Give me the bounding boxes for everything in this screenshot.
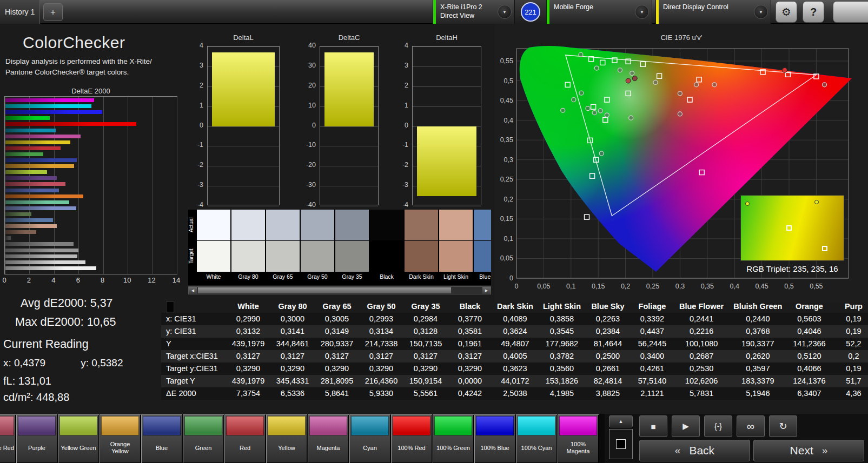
meter-count-badge: 221 [521, 2, 540, 22]
patch-button-blue[interactable]: Blue [141, 414, 182, 463]
expand-up-button[interactable]: ▲ [609, 415, 633, 427]
scrollbar-thumb[interactable] [197, 287, 452, 294]
table-cell: 0,19 [831, 363, 868, 375]
deltae-bar-red [5, 146, 61, 150]
measured-point [630, 71, 634, 76]
scroll-right-arrow-icon[interactable]: ▶ [482, 287, 491, 294]
deltae-bar-orange-yellow [5, 164, 74, 168]
measured-point [712, 83, 717, 87]
patch-swatch [184, 416, 222, 435]
patch-button-100-magenta[interactable]: 100% Magenta [558, 414, 599, 463]
target-row-label: Target [188, 241, 196, 272]
deltae-bar-foliage [5, 212, 31, 216]
spectral-locus-gamut [495, 24, 868, 303]
delta-c-chart: DeltaC 403020100-10-20-30-40 [301, 33, 379, 214]
patch-button-100-green[interactable]: 100% Green [433, 414, 474, 463]
swatch-label: Dark Skin [405, 272, 438, 281]
table-header-row: WhiteGray 80Gray 65Gray 50Gray 35BlackDa… [161, 300, 868, 313]
y-tick-label: 10 [301, 102, 316, 109]
y-tick-label: 0,05 [500, 254, 513, 262]
swatch-scrollbar[interactable]: ◀ ▶ [188, 286, 491, 294]
refresh-button[interactable]: ↻ [769, 415, 797, 437]
patch-button-yellow[interactable]: Yellow [266, 414, 307, 463]
continuous-measure-button[interactable]: ∞ [737, 415, 765, 437]
column-header: Gray 65 [315, 300, 359, 313]
play-button[interactable]: ▶ [672, 415, 700, 437]
deltae-bar-purple [5, 176, 57, 180]
measured-point [678, 91, 682, 96]
avg-de2000-value: Avg dE2000: 5,37 [21, 297, 113, 310]
measured-point [572, 98, 576, 102]
scroll-left-arrow-icon[interactable]: ◀ [189, 287, 197, 294]
x-tick-label: 10 [122, 276, 132, 284]
stop-button[interactable]: ■ [639, 415, 667, 437]
table-cell: 0,4066 [787, 363, 831, 375]
table-cell: 0,3127 [448, 350, 492, 363]
delta-c-plot [320, 46, 379, 205]
patch-button-100-blue[interactable]: 100% Blue [474, 414, 515, 463]
table-cell: 0,3623 [492, 363, 538, 375]
deltae-bar-gray-65 [5, 254, 77, 258]
x-tick-label: 8 [98, 276, 108, 284]
table-cell: 0,3128 [403, 325, 448, 338]
patch-swatch [518, 416, 555, 435]
y-tick-label: 0,5 [504, 77, 513, 85]
next-button[interactable]: Next » [753, 440, 864, 461]
swatch-target [474, 241, 491, 272]
patch-button-100-red[interactable]: 100% Red [391, 414, 432, 463]
table-cell: 141,2366 [787, 338, 831, 350]
table-cell: 0,3768 [728, 325, 787, 338]
chevron-down-icon[interactable]: ▼ [498, 5, 512, 19]
y-tick-label: -30 [301, 181, 316, 189]
table-cell: 0,3127 [270, 350, 315, 363]
gridline [320, 166, 378, 166]
meter-selector[interactable]: X-Rite i1Pro 2 Direct View ▼ [433, 0, 515, 24]
table-cell: 82,4814 [586, 375, 630, 387]
patch-button-cyan[interactable]: Cyan [349, 414, 390, 463]
gridline [208, 186, 279, 186]
column-header: Blue Flower [674, 300, 728, 313]
pattern-window-button[interactable]: {-} [704, 415, 732, 437]
patch-button-magenta[interactable]: Magenta [308, 414, 349, 463]
overlay-square-marker [822, 246, 827, 251]
x-tick-label: 0 [515, 283, 519, 290]
settings-button[interactable]: ⚙ [776, 1, 797, 23]
table-cell: 0,3290 [315, 363, 359, 375]
delta-bar [324, 52, 374, 126]
patch-button-100-cyan[interactable]: 100% Cyan [516, 414, 557, 463]
tab-history-1[interactable]: History 1 [0, 0, 40, 24]
back-button[interactable]: « Back [639, 440, 750, 461]
add-tab-button[interactable]: + [43, 3, 63, 21]
table-cell: 439,1979 [226, 338, 270, 350]
patch-button-orange-yellow[interactable]: Orange Yellow [100, 414, 141, 463]
source-selector[interactable]: Mobile Forge ▼ [546, 0, 652, 24]
refresh-icon: ↻ [779, 420, 787, 432]
deltae-bar-green [5, 152, 43, 156]
help-button[interactable]: ? [803, 1, 824, 23]
gridline [413, 46, 481, 47]
display-control-selector[interactable]: Direct Display Control ▼ [655, 0, 771, 24]
table-cell: 0,3400 [630, 350, 674, 363]
table-cell: 153,1826 [538, 375, 586, 387]
patch-button-red[interactable]: Red [224, 414, 266, 463]
source-name: Mobile Forge [554, 3, 633, 11]
gridline [208, 166, 279, 166]
chevron-down-icon[interactable]: ▼ [635, 5, 649, 19]
swatch-label: Gray 50 [301, 272, 334, 281]
table-cell: 0,3132 [226, 325, 270, 338]
display-accent-stripe [656, 0, 659, 24]
patch-button-purple[interactable]: Purple [16, 414, 57, 463]
table-cell: 81,4644 [586, 338, 630, 350]
patch-button-moderate-red[interactable]: Moderate Red [0, 414, 16, 463]
partial-toolbar-button[interactable] [833, 1, 868, 23]
table-cell: 0,2216 [674, 325, 728, 338]
patch-button-yellow-green[interactable]: Yellow Green [58, 414, 99, 463]
chevron-down-icon[interactable]: ▼ [754, 5, 768, 19]
column-header: Foliage [630, 300, 674, 313]
table-cell: 0,3127 [403, 350, 448, 363]
swatch-target [335, 241, 369, 272]
deltae-bar-white [5, 266, 96, 270]
patch-button-green[interactable]: Green [183, 414, 224, 463]
gridline [320, 186, 378, 186]
calman-app-window: History 1 + X-Rite i1Pro 2 Direct View ▼… [0, 0, 868, 463]
